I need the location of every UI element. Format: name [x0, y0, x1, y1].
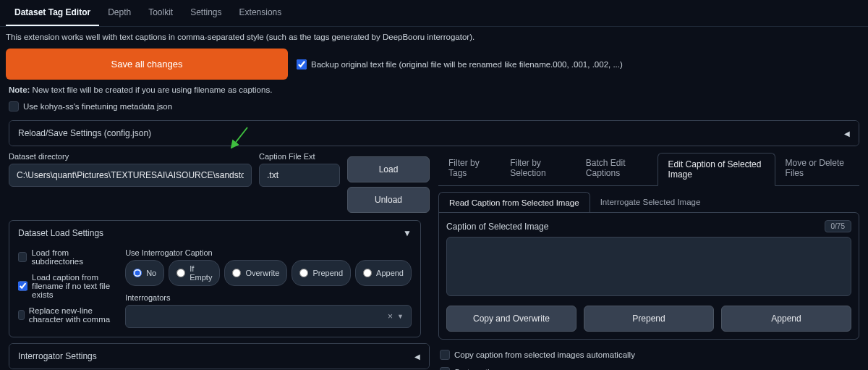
dataset-load-settings: Dataset Load Settings ▼ Load from subdir… [9, 220, 421, 337]
tab-extensions[interactable]: Extensions [231, 0, 291, 26]
inner-tabs: Read Caption from Selected Image Interro… [438, 192, 859, 213]
clear-icon[interactable]: × [388, 311, 393, 321]
load-button[interactable]: Load [347, 156, 430, 182]
dls-header[interactable]: Dataset Load Settings ▼ [9, 221, 420, 245]
tab-filter-by-tags[interactable]: Filter by Tags [438, 152, 500, 185]
tab-filter-by-selection[interactable]: Filter by Selection [500, 152, 576, 185]
interrogator-radio-group: No If Empty Overwrite Prepend Append [125, 260, 412, 286]
use-interrogator-label: Use Interrogator Caption [125, 248, 412, 257]
radio-no[interactable]: No [125, 260, 164, 286]
kohya-checkbox[interactable]: Use kohya-ss's finetuning metadata json [9, 101, 859, 112]
intro-text: This extension works well with text capt… [0, 27, 868, 46]
right-pane: Filter by Tags Filter by Selection Batch… [438, 152, 868, 370]
replace-newline-checkbox[interactable]: Replace new-line character with comma [18, 306, 111, 324]
caption-counter: 0/75 [825, 220, 851, 232]
tab-depth[interactable]: Depth [99, 0, 140, 26]
backup-checkbox-input[interactable] [297, 59, 307, 70]
note-text: New text file will be created if you are… [30, 85, 272, 94]
prepend-button[interactable]: Prepend [584, 306, 714, 332]
kohya-checkbox-label: Use kohya-ss's finetuning metadata json [23, 102, 172, 111]
chevron-left-icon: ◀ [414, 353, 420, 361]
interrogator-settings-accordion: Interrogator Settings ◀ [9, 343, 430, 369]
tab-batch-edit[interactable]: Batch Edit Captions [576, 152, 658, 185]
save-all-changes-button[interactable]: Save all changes [6, 49, 288, 80]
caption-ext-label: Caption File Ext [259, 152, 340, 161]
interrogator-settings-title: Interrogator Settings [18, 351, 97, 361]
tab-settings[interactable]: Settings [182, 0, 230, 26]
radio-append[interactable]: Append [355, 260, 412, 286]
reload-save-title: Reload/Save Settings (config.json) [18, 128, 151, 138]
backup-checkbox-label: Backup original text file (original file… [311, 60, 623, 69]
caption-textarea[interactable] [446, 237, 851, 296]
top-tabs: Dataset Tag Editor Depth Toolkit Setting… [0, 0, 868, 27]
tab-move-delete[interactable]: Move or Delete Files [775, 152, 859, 185]
chevron-left-icon: ◀ [844, 130, 850, 138]
load-subdirs-checkbox[interactable]: Load from subdirectories [18, 248, 111, 266]
caption-ext-input[interactable] [259, 164, 340, 187]
interrogators-select[interactable]: × ▼ [125, 305, 412, 328]
append-button[interactable]: Append [721, 306, 851, 332]
unload-button[interactable]: Unload [347, 187, 430, 213]
dls-title: Dataset Load Settings [18, 228, 103, 238]
reload-save-accordion: Reload/Save Settings (config.json) ◀ [9, 120, 859, 146]
tab-read-caption[interactable]: Read Caption from Selected Image [438, 192, 590, 213]
right-sub-tabs: Filter by Tags Filter by Selection Batch… [438, 152, 859, 186]
copy-overwrite-button[interactable]: Copy and Overwrite [446, 306, 576, 332]
radio-if-empty[interactable]: If Empty [169, 260, 220, 286]
chevron-down-icon[interactable]: ▼ [397, 313, 404, 320]
sort-on-save-checkbox[interactable]: Sort caption on save [440, 367, 859, 370]
caption-of-selected-label: Caption of Selected Image [446, 222, 548, 232]
caption-options: Copy caption from selected images automa… [438, 350, 859, 370]
caption-section: Caption of Selected Image 0/75 Copy and … [438, 212, 859, 340]
reload-save-header[interactable]: Reload/Save Settings (config.json) ◀ [9, 121, 859, 146]
backup-checkbox[interactable]: Backup original text file (original file… [297, 59, 623, 70]
tab-edit-caption[interactable]: Edit Caption of Selected Image [658, 153, 775, 186]
copy-auto-checkbox[interactable]: Copy caption from selected images automa… [440, 350, 859, 360]
interrogator-settings-header[interactable]: Interrogator Settings ◀ [9, 344, 429, 369]
chevron-down-icon: ▼ [403, 228, 412, 238]
load-from-filename-checkbox[interactable]: Load caption from filename if no text fi… [18, 273, 111, 299]
dataset-dir-label: Dataset directory [9, 152, 252, 161]
tab-interrogate-image[interactable]: Interrogate Selected Image [590, 192, 711, 213]
radio-overwrite[interactable]: Overwrite [224, 260, 287, 286]
tab-dataset-tag-editor[interactable]: Dataset Tag Editor [6, 0, 99, 26]
kohya-checkbox-input[interactable] [9, 101, 19, 112]
note-prefix: Note: [9, 85, 30, 94]
interrogators-label: Interrogators [125, 293, 412, 302]
left-pane: Dataset directory Caption File Ext Load … [0, 152, 430, 370]
note-row: Note: New text file will be created if y… [0, 85, 868, 101]
dataset-directory-input[interactable] [9, 164, 252, 187]
tab-toolkit[interactable]: Toolkit [140, 0, 182, 26]
radio-prepend[interactable]: Prepend [292, 260, 351, 286]
